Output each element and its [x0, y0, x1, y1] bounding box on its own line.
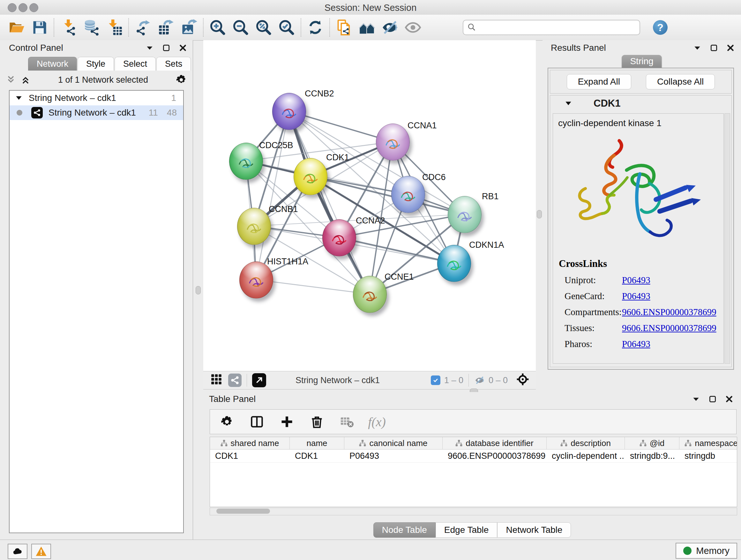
expand-all-chevron-icon[interactable] — [20, 75, 30, 85]
selected-checkbox-icon[interactable] — [431, 375, 441, 385]
tab-style[interactable]: Style — [77, 57, 114, 71]
network-options-gear-icon[interactable] — [176, 74, 187, 85]
cloud-status-button[interactable] — [8, 544, 27, 559]
export-network-button[interactable] — [131, 17, 154, 38]
tab-network-table[interactable]: Network Table — [497, 522, 571, 538]
zoom-out-button[interactable] — [229, 17, 252, 38]
left-splitter-handle[interactable] — [196, 286, 201, 294]
crosslink-value-link[interactable]: P06493 — [622, 339, 650, 349]
network-node-ccna1[interactable] — [376, 124, 410, 161]
network-edge-ccnb2-hist1h1a[interactable] — [256, 111, 289, 280]
collapse-all-button[interactable]: Collapse All — [646, 74, 715, 89]
network-node-ccna2[interactable] — [322, 219, 356, 256]
add-column-button[interactable] — [278, 413, 295, 430]
panel-menu-icon[interactable] — [693, 44, 701, 52]
birdseye-view-button[interactable] — [252, 373, 266, 387]
panel-close-icon[interactable] — [179, 44, 187, 52]
network-node-hist1h1a[interactable] — [239, 261, 273, 299]
tab-edge-table[interactable]: Edge Table — [435, 522, 497, 538]
column-header-description[interactable]: description — [547, 437, 625, 449]
warnings-button[interactable] — [31, 544, 51, 559]
tab-string[interactable]: String — [622, 55, 662, 68]
network-edge-ccnb2-ccne1[interactable] — [289, 111, 369, 294]
first-neighbors-button[interactable] — [355, 17, 379, 38]
search-input[interactable] — [463, 20, 640, 35]
table-cell-description[interactable]: cyclin-dependent ... — [547, 449, 625, 462]
table-cell-shared-name[interactable]: CDK1 — [210, 449, 290, 462]
table-horizontal-scrollbar[interactable] — [210, 508, 737, 515]
zoom-selected-button[interactable] — [275, 17, 298, 38]
open-session-button[interactable] — [5, 17, 28, 38]
collapse-all-chevron-icon[interactable] — [6, 75, 16, 85]
export-image-button[interactable] — [178, 17, 200, 38]
column-header--id[interactable]: @id — [625, 437, 679, 449]
table-cell-canonical-name[interactable]: P06493 — [344, 449, 443, 462]
crosslink-value-link[interactable]: 9606.ENSP00000378699 — [622, 307, 717, 317]
network-node-rb1[interactable] — [448, 196, 482, 233]
network-canvas[interactable]: CCNB2CCNA1CDC25BCDK1CDC6RB1CCNB1CCNA2CDK… — [203, 40, 536, 371]
crosslink-value-link[interactable]: 9606.ENSP00000378699 — [622, 323, 717, 333]
tab-select[interactable]: Select — [115, 57, 156, 71]
table-row[interactable]: CDK1CDK1P064939606.ENSP00000378699cyclin… — [210, 449, 737, 462]
panel-menu-icon[interactable] — [145, 44, 154, 52]
network-tree-root-row[interactable]: String Network – cdk1 1 — [10, 91, 183, 105]
tab-sets[interactable]: Sets — [156, 57, 191, 71]
crosslink-value-link[interactable]: P06493 — [622, 275, 650, 286]
delete-column-button[interactable] — [308, 413, 326, 430]
column-header-namespace[interactable]: namespace — [679, 437, 737, 449]
network-edge-ccna2-cdkn1a[interactable] — [339, 238, 454, 263]
import-network-file-button[interactable] — [57, 17, 80, 38]
right-splitter-handle[interactable] — [537, 210, 542, 219]
scrollbar-thumb[interactable] — [216, 509, 270, 514]
network-tree-item-row[interactable]: String Network – cdk1 11 48 — [10, 105, 183, 120]
network-node-cdk1[interactable] — [293, 158, 327, 195]
crosslink-value-link[interactable]: P06493 — [622, 291, 650, 301]
panel-close-icon[interactable] — [726, 44, 735, 52]
table-cell--id[interactable]: stringdb:9... — [625, 449, 679, 462]
expand-all-button[interactable]: Expand All — [567, 74, 631, 89]
export-table-button[interactable] — [154, 17, 178, 38]
delete-table-button[interactable] — [338, 413, 355, 430]
import-network-database-button[interactable] — [80, 17, 103, 38]
column-header-name[interactable]: name — [290, 437, 344, 449]
function-builder-button[interactable]: f(x) — [368, 413, 386, 430]
tab-node-table[interactable]: Node Table — [374, 522, 435, 538]
panel-menu-icon[interactable] — [692, 395, 700, 403]
grid-menu-button[interactable] — [210, 373, 222, 388]
network-node-ccnb2[interactable] — [272, 93, 306, 130]
memory-button[interactable]: Memory — [676, 543, 737, 559]
network-node-cdc25b[interactable] — [229, 143, 263, 180]
zoom-fit-button[interactable] — [252, 17, 275, 38]
network-node-ccne1[interactable] — [353, 276, 387, 313]
panel-float-icon[interactable] — [162, 44, 171, 52]
column-header-shared-name[interactable]: shared name — [210, 437, 290, 449]
panel-float-icon[interactable] — [709, 395, 717, 403]
table-cell-database-identifier[interactable]: 9606.ENSP00000378699 — [443, 449, 547, 462]
show-all-button[interactable] — [401, 17, 424, 38]
table-cell-name[interactable]: CDK1 — [290, 449, 344, 462]
tree-expander-icon[interactable] — [15, 94, 23, 102]
section-expander-icon[interactable] — [564, 99, 572, 108]
import-table-file-button[interactable] — [103, 17, 126, 38]
network-node-cdkn1a[interactable] — [437, 245, 471, 282]
help-button[interactable]: ? — [653, 20, 668, 35]
fit-content-button[interactable] — [516, 373, 529, 388]
hide-selected-button[interactable] — [379, 17, 401, 38]
annotation-mode-button[interactable] — [228, 374, 242, 387]
results-scrollbar[interactable] — [724, 113, 730, 364]
network-node-ccnb1[interactable] — [237, 208, 271, 245]
tab-network[interactable]: Network — [28, 57, 77, 71]
gene-section-header[interactable]: CDK1 — [550, 96, 731, 111]
table-settings-button[interactable] — [218, 413, 235, 430]
show-columns-button[interactable] — [248, 413, 266, 430]
panel-close-icon[interactable] — [725, 395, 733, 403]
column-header-canonical-name[interactable]: canonical name — [344, 437, 443, 449]
column-header-database-identifier[interactable]: database identifier — [443, 437, 547, 449]
clone-network-button[interactable] — [333, 17, 355, 38]
table-cell-namespace[interactable]: stringdb — [679, 449, 737, 462]
panel-float-icon[interactable] — [710, 44, 718, 52]
save-session-button[interactable] — [28, 17, 51, 38]
refresh-layout-button[interactable] — [304, 17, 327, 38]
network-node-cdc6[interactable] — [391, 176, 425, 213]
zoom-in-button[interactable] — [206, 17, 229, 38]
